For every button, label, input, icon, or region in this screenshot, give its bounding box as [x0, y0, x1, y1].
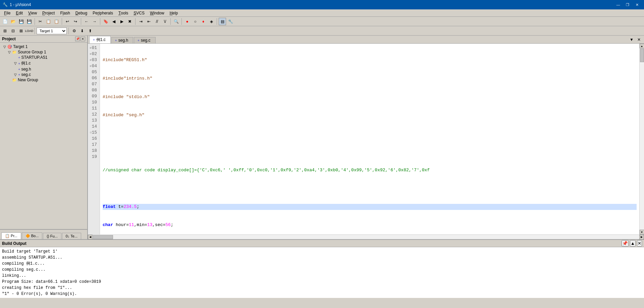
- tree-item-sourcegroup1[interactable]: ▽ 📁 Source Group 1: [0, 49, 87, 55]
- menu-debug[interactable]: Debug: [73, 9, 90, 17]
- panel-close-button[interactable]: ✕: [80, 37, 85, 41]
- menu-file[interactable]: File: [1, 9, 13, 17]
- tab-label-li1c: 例1.c: [96, 37, 106, 43]
- tree-item-target1[interactable]: ▽ 🎯 Target 1: [0, 44, 87, 49]
- build-button[interactable]: ⊟: [9, 27, 17, 35]
- vscroll-thumb[interactable]: [640, 49, 644, 62]
- reset-button[interactable]: ◈: [208, 18, 215, 25]
- menu-project[interactable]: Project: [40, 9, 57, 17]
- target-options-button[interactable]: ⚙: [70, 27, 78, 35]
- sep6: [170, 18, 171, 25]
- indent-button[interactable]: ⇥: [137, 18, 145, 25]
- hscroll-right[interactable]: ▶: [639, 235, 644, 239]
- tree-item-li1c[interactable]: ▽ + 例1.c: [0, 60, 87, 67]
- editor-area: + 例1.c + seg.h + seg.c ▼ ✕ ▶ 01: [88, 36, 644, 239]
- vscroll-up[interactable]: ▲: [640, 44, 644, 48]
- next-bookmark-button[interactable]: ▶: [118, 18, 125, 25]
- download-button[interactable]: ⬇: [78, 27, 86, 35]
- tab-close[interactable]: ✕: [635, 36, 643, 43]
- nav-forward-button[interactable]: →: [91, 18, 98, 25]
- new-file-button[interactable]: 📄: [1, 18, 9, 25]
- view-select-button[interactable]: ▤: [219, 18, 226, 25]
- menu-svcs[interactable]: SVCS: [131, 9, 147, 17]
- build-panel-float[interactable]: ▲: [630, 240, 636, 247]
- debug-button[interactable]: ●: [183, 18, 191, 25]
- sep5: [135, 18, 136, 25]
- hscroll-track[interactable]: [93, 235, 639, 239]
- tree-item-startup[interactable]: + STARTUP.A51: [0, 55, 87, 60]
- menu-tools[interactable]: Tools: [116, 9, 131, 17]
- build-content[interactable]: Build target 'Target 1' assembling START…: [0, 247, 644, 298]
- minimize-button[interactable]: —: [614, 1, 623, 8]
- tree-item-newgroup[interactable]: 📁 New Group: [0, 77, 87, 83]
- tab-templates[interactable]: 0↓ Te...: [62, 233, 81, 239]
- run-button[interactable]: ♦: [200, 18, 207, 25]
- cut-button[interactable]: ✂: [37, 18, 44, 25]
- tab-scroll-left[interactable]: ▼: [628, 36, 635, 43]
- erase-button[interactable]: ⬆: [87, 27, 94, 35]
- open-button[interactable]: 📂: [9, 18, 17, 25]
- code-content[interactable]: #include"REG51.h" #include"intrins.h" #i…: [100, 44, 639, 234]
- tree-item-segh[interactable]: + seg.h: [0, 67, 87, 72]
- build-line-8: "1" - 0 Error(s), 0 Warning(s).: [2, 291, 642, 297]
- menu-peripherals[interactable]: Peripherals: [90, 9, 116, 17]
- vscroll-track[interactable]: [640, 48, 644, 230]
- maximize-button[interactable]: ❐: [623, 1, 632, 8]
- hscroll-left[interactable]: ◀: [88, 235, 93, 239]
- editor-tab-segh[interactable]: + seg.h: [111, 37, 133, 43]
- expand-target1[interactable]: ▽: [3, 45, 7, 49]
- code-line-5: [103, 131, 637, 137]
- project-tree[interactable]: ▽ 🎯 Target 1 ▽ 📁 Source Group 1 + STARTU…: [0, 43, 87, 229]
- menu-edit[interactable]: Edit: [13, 9, 25, 17]
- close-button[interactable]: ✕: [633, 1, 641, 8]
- editor-vscroll[interactable]: ▲ ▼: [639, 44, 644, 234]
- expand-segc[interactable]: ▽: [13, 73, 17, 77]
- startup-label: STARTUP.A51: [21, 55, 47, 60]
- tab-project[interactable]: 📋 Pr...: [1, 232, 21, 239]
- paste-button[interactable]: 📋: [53, 18, 60, 25]
- stop-button[interactable]: ○: [192, 18, 199, 25]
- comment-button[interactable]: //: [153, 18, 161, 25]
- hscroll-thumb[interactable]: [93, 235, 113, 239]
- copy-button[interactable]: 📋: [45, 18, 52, 25]
- save-all-button[interactable]: 💾: [25, 18, 33, 25]
- load-button[interactable]: LOAD: [25, 27, 33, 35]
- settings-button[interactable]: 🔧: [227, 18, 234, 25]
- code-editor[interactable]: ▶ 01 ▶ 02 ▶ 03 ▶ 04 05 06 07 08: [88, 44, 644, 234]
- tab-functions[interactable]: {} Fu...: [43, 233, 61, 239]
- editor-tab-segc[interactable]: + seg.c: [134, 37, 156, 43]
- menu-help[interactable]: Help: [167, 9, 181, 17]
- build-panel-close[interactable]: ✕: [637, 240, 642, 247]
- clear-bookmarks-button[interactable]: ✖: [126, 18, 133, 25]
- rebuild-button[interactable]: ⊞: [1, 27, 9, 35]
- redo-button[interactable]: ↪: [72, 18, 79, 25]
- bookmark-button[interactable]: 🔖: [102, 18, 109, 25]
- panel-pin-button[interactable]: 📌: [75, 37, 80, 41]
- code-line-10: char hour=11,min=13,sec=56;: [103, 222, 637, 228]
- save-button[interactable]: 💾: [17, 18, 25, 25]
- nav-back-button[interactable]: ←: [83, 18, 90, 25]
- menu-flash[interactable]: Flash: [57, 9, 72, 17]
- undo-button[interactable]: ↩: [64, 18, 71, 25]
- compile-button[interactable]: ⊠: [17, 27, 25, 35]
- unindent-button[interactable]: ⇤: [145, 18, 153, 25]
- menu-view[interactable]: View: [25, 9, 40, 17]
- build-panel-pin[interactable]: 📌: [622, 240, 629, 247]
- build-line-2: assembling STARTUP.A51...: [2, 255, 642, 261]
- code-line-6: [103, 149, 637, 155]
- target-select[interactable]: Target 1: [37, 28, 67, 34]
- expand-sourcegroup1[interactable]: ▽: [7, 50, 11, 54]
- uncomment-button[interactable]: \/: [161, 18, 169, 25]
- vscroll-down[interactable]: ▼: [640, 230, 644, 234]
- tree-item-segc[interactable]: ▽ + seg.c: [0, 72, 87, 77]
- app-icon: 🔧: [3, 2, 8, 7]
- tab-label-segh: seg.h: [118, 38, 128, 43]
- build-line-6: Program Size: data=66.1 xdata=0 code=301…: [2, 279, 642, 285]
- menu-window[interactable]: Window: [147, 9, 167, 17]
- tab-books[interactable]: 🔶 Bo...: [22, 232, 43, 239]
- find-button[interactable]: 🔍: [172, 18, 180, 25]
- editor-tab-li1c[interactable]: + 例1.c: [89, 36, 111, 43]
- prev-bookmark-button[interactable]: ◀: [110, 18, 117, 25]
- editor-hscroll[interactable]: ◀ ▶: [88, 234, 644, 239]
- expand-li1c[interactable]: ▽: [13, 61, 17, 65]
